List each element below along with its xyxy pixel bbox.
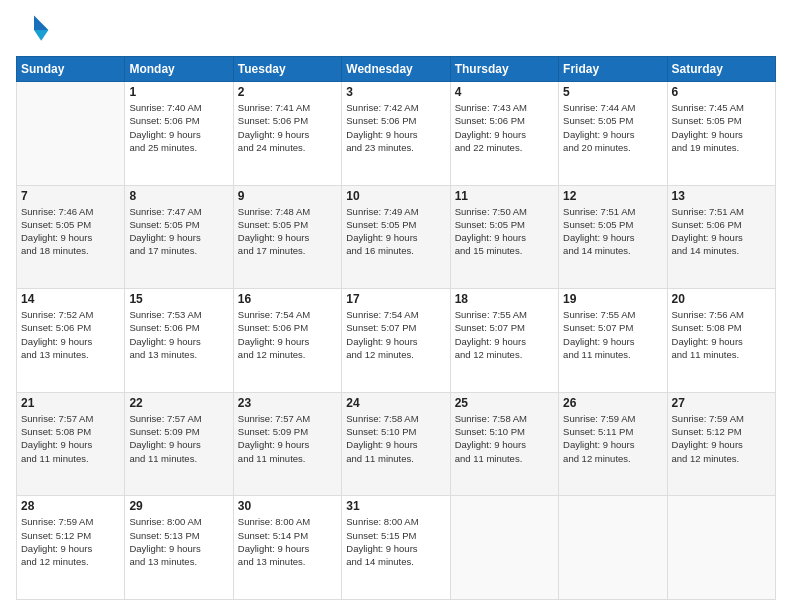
cell-info: Sunrise: 7:53 AMSunset: 5:06 PMDaylight:…	[129, 308, 228, 361]
calendar-cell: 23Sunrise: 7:57 AMSunset: 5:09 PMDayligh…	[233, 392, 341, 496]
cell-day-number: 19	[563, 292, 662, 306]
cell-day-number: 2	[238, 85, 337, 99]
calendar-cell: 31Sunrise: 8:00 AMSunset: 5:15 PMDayligh…	[342, 496, 450, 600]
cell-day-number: 24	[346, 396, 445, 410]
calendar-week-1: 7Sunrise: 7:46 AMSunset: 5:05 PMDaylight…	[17, 185, 776, 289]
cell-day-number: 25	[455, 396, 554, 410]
calendar-cell: 29Sunrise: 8:00 AMSunset: 5:13 PMDayligh…	[125, 496, 233, 600]
calendar-cell: 14Sunrise: 7:52 AMSunset: 5:06 PMDayligh…	[17, 289, 125, 393]
calendar-cell: 28Sunrise: 7:59 AMSunset: 5:12 PMDayligh…	[17, 496, 125, 600]
cell-info: Sunrise: 7:57 AMSunset: 5:09 PMDaylight:…	[238, 412, 337, 465]
cell-info: Sunrise: 7:58 AMSunset: 5:10 PMDaylight:…	[346, 412, 445, 465]
cell-info: Sunrise: 7:52 AMSunset: 5:06 PMDaylight:…	[21, 308, 120, 361]
calendar-cell: 16Sunrise: 7:54 AMSunset: 5:06 PMDayligh…	[233, 289, 341, 393]
calendar-cell: 30Sunrise: 8:00 AMSunset: 5:14 PMDayligh…	[233, 496, 341, 600]
calendar-week-0: 1Sunrise: 7:40 AMSunset: 5:06 PMDaylight…	[17, 82, 776, 186]
cell-info: Sunrise: 7:51 AMSunset: 5:06 PMDaylight:…	[672, 205, 771, 258]
calendar-header-monday: Monday	[125, 57, 233, 82]
cell-day-number: 14	[21, 292, 120, 306]
cell-day-number: 15	[129, 292, 228, 306]
calendar-header-tuesday: Tuesday	[233, 57, 341, 82]
calendar-cell: 6Sunrise: 7:45 AMSunset: 5:05 PMDaylight…	[667, 82, 775, 186]
cell-info: Sunrise: 7:50 AMSunset: 5:05 PMDaylight:…	[455, 205, 554, 258]
cell-day-number: 18	[455, 292, 554, 306]
cell-info: Sunrise: 7:59 AMSunset: 5:11 PMDaylight:…	[563, 412, 662, 465]
cell-day-number: 29	[129, 499, 228, 513]
cell-info: Sunrise: 7:41 AMSunset: 5:06 PMDaylight:…	[238, 101, 337, 154]
cell-day-number: 1	[129, 85, 228, 99]
calendar-cell: 10Sunrise: 7:49 AMSunset: 5:05 PMDayligh…	[342, 185, 450, 289]
calendar-cell: 17Sunrise: 7:54 AMSunset: 5:07 PMDayligh…	[342, 289, 450, 393]
page: SundayMondayTuesdayWednesdayThursdayFrid…	[0, 0, 792, 612]
cell-info: Sunrise: 7:57 AMSunset: 5:08 PMDaylight:…	[21, 412, 120, 465]
calendar-cell: 24Sunrise: 7:58 AMSunset: 5:10 PMDayligh…	[342, 392, 450, 496]
logo	[16, 12, 56, 48]
calendar-cell: 12Sunrise: 7:51 AMSunset: 5:05 PMDayligh…	[559, 185, 667, 289]
calendar-cell: 18Sunrise: 7:55 AMSunset: 5:07 PMDayligh…	[450, 289, 558, 393]
calendar-cell: 2Sunrise: 7:41 AMSunset: 5:06 PMDaylight…	[233, 82, 341, 186]
calendar-cell: 25Sunrise: 7:58 AMSunset: 5:10 PMDayligh…	[450, 392, 558, 496]
cell-day-number: 23	[238, 396, 337, 410]
cell-info: Sunrise: 7:56 AMSunset: 5:08 PMDaylight:…	[672, 308, 771, 361]
calendar-header-wednesday: Wednesday	[342, 57, 450, 82]
cell-day-number: 10	[346, 189, 445, 203]
cell-info: Sunrise: 7:58 AMSunset: 5:10 PMDaylight:…	[455, 412, 554, 465]
cell-day-number: 30	[238, 499, 337, 513]
calendar-week-2: 14Sunrise: 7:52 AMSunset: 5:06 PMDayligh…	[17, 289, 776, 393]
calendar-cell: 15Sunrise: 7:53 AMSunset: 5:06 PMDayligh…	[125, 289, 233, 393]
cell-info: Sunrise: 8:00 AMSunset: 5:15 PMDaylight:…	[346, 515, 445, 568]
cell-info: Sunrise: 7:54 AMSunset: 5:07 PMDaylight:…	[346, 308, 445, 361]
calendar-cell	[450, 496, 558, 600]
calendar-cell: 11Sunrise: 7:50 AMSunset: 5:05 PMDayligh…	[450, 185, 558, 289]
calendar-cell: 3Sunrise: 7:42 AMSunset: 5:06 PMDaylight…	[342, 82, 450, 186]
cell-info: Sunrise: 7:45 AMSunset: 5:05 PMDaylight:…	[672, 101, 771, 154]
calendar-cell: 26Sunrise: 7:59 AMSunset: 5:11 PMDayligh…	[559, 392, 667, 496]
calendar-cell: 8Sunrise: 7:47 AMSunset: 5:05 PMDaylight…	[125, 185, 233, 289]
cell-day-number: 12	[563, 189, 662, 203]
calendar-cell	[559, 496, 667, 600]
cell-info: Sunrise: 7:40 AMSunset: 5:06 PMDaylight:…	[129, 101, 228, 154]
cell-day-number: 16	[238, 292, 337, 306]
cell-day-number: 26	[563, 396, 662, 410]
cell-info: Sunrise: 7:48 AMSunset: 5:05 PMDaylight:…	[238, 205, 337, 258]
cell-info: Sunrise: 7:57 AMSunset: 5:09 PMDaylight:…	[129, 412, 228, 465]
svg-marker-0	[34, 16, 48, 30]
cell-info: Sunrise: 7:46 AMSunset: 5:05 PMDaylight:…	[21, 205, 120, 258]
calendar-header-thursday: Thursday	[450, 57, 558, 82]
cell-day-number: 13	[672, 189, 771, 203]
calendar-cell: 21Sunrise: 7:57 AMSunset: 5:08 PMDayligh…	[17, 392, 125, 496]
cell-day-number: 27	[672, 396, 771, 410]
cell-info: Sunrise: 7:55 AMSunset: 5:07 PMDaylight:…	[455, 308, 554, 361]
cell-day-number: 31	[346, 499, 445, 513]
calendar-cell: 19Sunrise: 7:55 AMSunset: 5:07 PMDayligh…	[559, 289, 667, 393]
header	[16, 12, 776, 48]
cell-day-number: 17	[346, 292, 445, 306]
calendar-cell: 27Sunrise: 7:59 AMSunset: 5:12 PMDayligh…	[667, 392, 775, 496]
calendar-cell: 7Sunrise: 7:46 AMSunset: 5:05 PMDaylight…	[17, 185, 125, 289]
calendar-header-saturday: Saturday	[667, 57, 775, 82]
cell-day-number: 3	[346, 85, 445, 99]
cell-info: Sunrise: 7:42 AMSunset: 5:06 PMDaylight:…	[346, 101, 445, 154]
calendar-table: SundayMondayTuesdayWednesdayThursdayFrid…	[16, 56, 776, 600]
cell-info: Sunrise: 7:47 AMSunset: 5:05 PMDaylight:…	[129, 205, 228, 258]
logo-icon	[16, 12, 52, 48]
calendar-cell: 4Sunrise: 7:43 AMSunset: 5:06 PMDaylight…	[450, 82, 558, 186]
cell-day-number: 22	[129, 396, 228, 410]
cell-info: Sunrise: 7:59 AMSunset: 5:12 PMDaylight:…	[21, 515, 120, 568]
calendar-header-sunday: Sunday	[17, 57, 125, 82]
cell-day-number: 11	[455, 189, 554, 203]
calendar-cell: 22Sunrise: 7:57 AMSunset: 5:09 PMDayligh…	[125, 392, 233, 496]
calendar-header-friday: Friday	[559, 57, 667, 82]
cell-info: Sunrise: 7:54 AMSunset: 5:06 PMDaylight:…	[238, 308, 337, 361]
svg-marker-1	[34, 30, 48, 41]
cell-info: Sunrise: 7:59 AMSunset: 5:12 PMDaylight:…	[672, 412, 771, 465]
cell-day-number: 5	[563, 85, 662, 99]
calendar-header-row: SundayMondayTuesdayWednesdayThursdayFrid…	[17, 57, 776, 82]
cell-day-number: 28	[21, 499, 120, 513]
cell-day-number: 21	[21, 396, 120, 410]
calendar-cell: 1Sunrise: 7:40 AMSunset: 5:06 PMDaylight…	[125, 82, 233, 186]
calendar-cell: 5Sunrise: 7:44 AMSunset: 5:05 PMDaylight…	[559, 82, 667, 186]
calendar-cell	[667, 496, 775, 600]
cell-day-number: 6	[672, 85, 771, 99]
calendar-cell: 13Sunrise: 7:51 AMSunset: 5:06 PMDayligh…	[667, 185, 775, 289]
